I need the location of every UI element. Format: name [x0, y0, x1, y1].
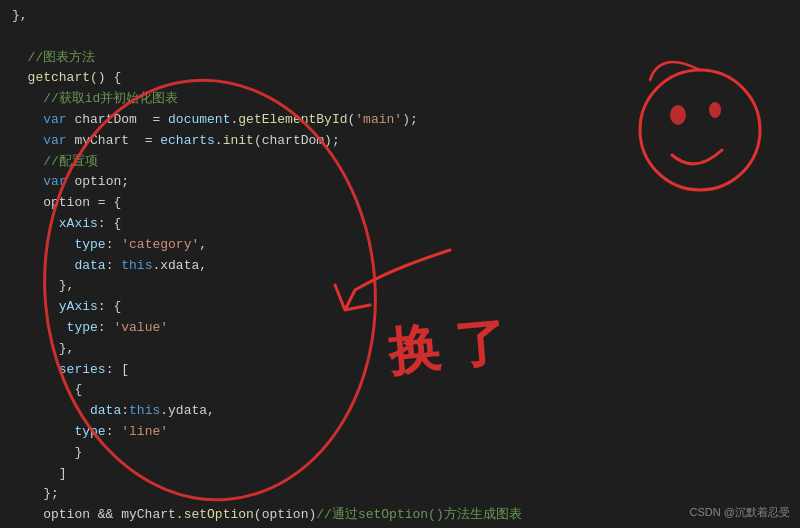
code-line: type: 'value' [12, 318, 788, 339]
code-line: //获取id并初始化图表 [12, 89, 788, 110]
watermark: CSDN @沉默着忍受 [690, 505, 790, 520]
code-line: xAxis: { [12, 214, 788, 235]
code-line: option = { [12, 193, 788, 214]
code-line: yAxis: { [12, 297, 788, 318]
code-line: data: this.xdata, [12, 256, 788, 277]
code-line: { [12, 380, 788, 401]
code-line: type: 'category', [12, 235, 788, 256]
code-line: var chartDom = document.getElementById('… [12, 110, 788, 131]
code-line: }, [12, 276, 788, 297]
code-line: }, [12, 6, 788, 27]
code-line: var option; [12, 172, 788, 193]
code-line: option && myChart.setOption(option)//通过s… [12, 505, 788, 526]
code-line: }; [12, 484, 788, 505]
code-line: ] [12, 464, 788, 485]
code-editor: }, //图表方法 getchart() { //获取id并初始化图表 var … [0, 0, 800, 528]
code-line: //图表方法 [12, 48, 788, 69]
code-line: var myChart = echarts.init(chartDom); [12, 131, 788, 152]
code-line [12, 27, 788, 48]
code-line: getchart() { [12, 68, 788, 89]
code-line: data:this.ydata, [12, 401, 788, 422]
code-line: type: 'line' [12, 422, 788, 443]
code-line: //配置项 [12, 152, 788, 173]
code-line: }, [12, 339, 788, 360]
code-line: } [12, 443, 788, 464]
code-line: series: [ [12, 360, 788, 381]
